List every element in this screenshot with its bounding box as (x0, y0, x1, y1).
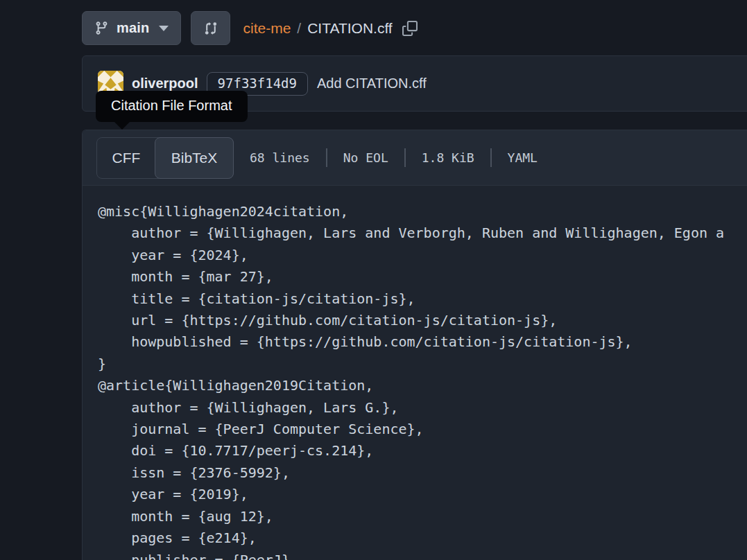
code-line: title = {citation-js/citation-js}, (98, 288, 747, 310)
render-mode-switch: CFF BibTeX (96, 137, 234, 179)
breadcrumb: cite-me / CITATION.cff (243, 20, 417, 37)
file-view-box: CFF BibTeX 68 lines No EOL 1.8 KiB YAML … (82, 130, 747, 560)
chevron-down-icon (159, 26, 169, 31)
file-header: CFF BibTeX 68 lines No EOL 1.8 KiB YAML (83, 130, 747, 186)
code-line: url = {https://github.com/citation-js/ci… (98, 310, 747, 331)
code-line: author = {Willighagen, Lars G.}, (98, 397, 747, 419)
code-line: year = {2019}, (98, 484, 747, 505)
tooltip: Citation File Format (96, 91, 248, 122)
file-meta-item: No EOL (326, 148, 388, 167)
code-line: @misc{Willighagen2024citation, (98, 201, 747, 222)
copy-path-button[interactable] (402, 21, 418, 36)
file-toolbar: main cite-me / CITATION.cff (82, 11, 747, 45)
code-view: @misc{Willighagen2024citation, author = … (83, 186, 747, 560)
code-line: year = {2024}, (98, 245, 747, 266)
code-line: @article{Willighagen2019Citation, (98, 375, 747, 396)
tab-bibtex[interactable]: BibTeX (155, 137, 234, 179)
commit-author-link[interactable]: oliverpool (132, 76, 198, 91)
copy-icon (402, 21, 418, 36)
breadcrumb-repo-link[interactable]: cite-me (243, 20, 291, 37)
code-line: journal = {PeerJ Computer Science}, (98, 419, 747, 440)
code-line: } (98, 353, 747, 375)
file-meta-item: 68 lines (250, 148, 310, 167)
code-line: month = {aug 12}, (98, 506, 747, 527)
git-branch-icon (94, 21, 109, 35)
branch-name: main (117, 20, 149, 36)
code-line: howpublished = {https://github.com/citat… (98, 331, 747, 353)
code-line: pages = {e214}, (98, 527, 747, 549)
commit-message: Add CITATION.cff (317, 76, 427, 91)
git-compare-icon (203, 21, 218, 36)
code-line: doi = {10.7717/peerj-cs.214}, (98, 440, 747, 462)
code-line: publisher = {PeerJ}, (98, 550, 747, 560)
breadcrumb-separator: / (297, 20, 301, 37)
file-meta-item: 1.8 KiB (404, 148, 474, 167)
code-line: issn = {2376-5992}, (98, 462, 747, 484)
tab-cff[interactable]: CFF (97, 138, 155, 178)
file-meta-item: YAML (490, 148, 538, 167)
code-line: month = {mar 27}, (98, 266, 747, 288)
branch-selector-button[interactable]: main (82, 11, 181, 45)
code-line: author = {Willighagen, Lars and Verborgh… (98, 222, 747, 244)
file-meta: 68 lines No EOL 1.8 KiB YAML (250, 148, 538, 167)
tooltip-text: Citation File Format (111, 98, 232, 113)
breadcrumb-file-name: CITATION.cff (307, 20, 393, 37)
compare-branches-button[interactable] (191, 11, 230, 45)
